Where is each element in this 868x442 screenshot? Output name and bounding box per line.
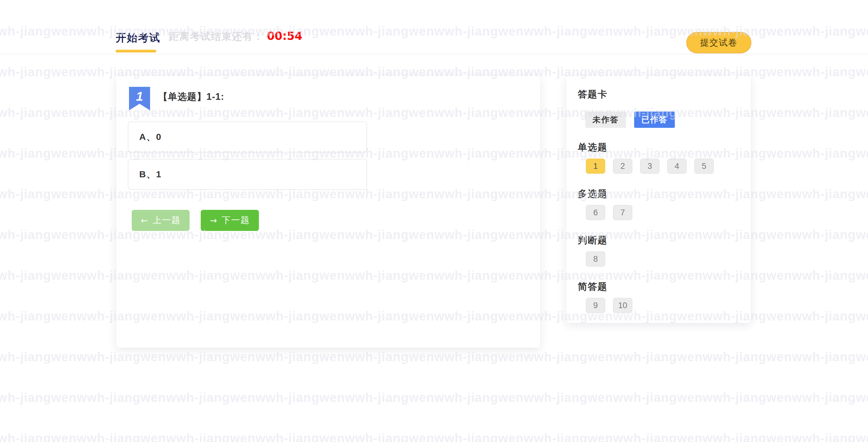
- watermark-text: jiangwenwwh-jiangwenwwh-jiangwenwwh-jian…: [0, 390, 868, 405]
- answer-status-legend: 未作答 已作答: [585, 112, 739, 128]
- answer-sheet-title: 答题卡: [578, 88, 739, 101]
- watermark-text: jiangwenwwh-jiangwenwwh-jiangwenwwh-jian…: [0, 350, 868, 364]
- exam-header: 开始考试 距离考试结束还有： 00:54 提交试卷: [0, 0, 868, 54]
- answer-option-label: B、1: [139, 168, 161, 181]
- question-number: 1: [136, 89, 143, 104]
- right-arrow-icon: →: [210, 215, 217, 226]
- tab-start-exam[interactable]: 开始考试: [116, 31, 160, 45]
- countdown-value: 00:54: [267, 30, 302, 42]
- question-type-section: 判断题 8: [578, 235, 739, 267]
- countdown-label: 距离考试结束还有：: [169, 31, 264, 42]
- legend-answered-chip: 已作答: [634, 112, 675, 128]
- question-number-chip[interactable]: 1: [586, 158, 605, 174]
- question-number-list: 8: [586, 252, 739, 267]
- submit-exam-button[interactable]: 提交试卷: [686, 32, 751, 53]
- options-list: A、0 B、1: [128, 121, 367, 196]
- answer-sections: 单选题 12345 多选题 67 判断题 8 简答题 910: [578, 142, 739, 313]
- left-arrow-icon: ←: [141, 215, 148, 226]
- previous-question-button[interactable]: ← 上一题: [132, 210, 190, 231]
- question-number-chip[interactable]: 8: [586, 252, 605, 267]
- question-number-chip[interactable]: 6: [586, 205, 605, 220]
- legend-unanswered-chip: 未作答: [585, 112, 626, 128]
- question-number-list: 910: [586, 298, 739, 313]
- exam-countdown: 距离考试结束还有： 00:54: [169, 30, 302, 43]
- question-number-chip[interactable]: 10: [613, 298, 632, 313]
- question-type-label: 判断题: [578, 235, 739, 246]
- answer-sheet-card: 答题卡 未作答 已作答 单选题 12345 多选题 67 判断题 8 简答题 9…: [566, 76, 751, 323]
- next-question-button[interactable]: → 下一题: [201, 210, 258, 231]
- answer-option[interactable]: B、1: [128, 159, 367, 190]
- tab-active-underline: [116, 50, 156, 53]
- question-number-chip[interactable]: 7: [613, 205, 632, 220]
- question-number-list: 12345: [586, 158, 739, 174]
- question-type-label: 简答题: [578, 281, 739, 292]
- question-type-section: 单选题 12345: [578, 142, 739, 174]
- question-nav-buttons: ← 上一题 → 下一题: [132, 210, 259, 231]
- watermark-text: jiangwenwwh-jiangwenwwh-jiangwenwwh-jian…: [0, 431, 868, 442]
- question-number-chip[interactable]: 5: [694, 158, 714, 174]
- tab-start-exam-label: 开始考试: [116, 32, 160, 43]
- question-number-chip[interactable]: 4: [667, 158, 687, 174]
- next-question-label: 下一题: [222, 214, 250, 227]
- answer-option-label: A、0: [139, 131, 161, 143]
- question-number-chip[interactable]: 2: [613, 158, 632, 174]
- question-number-chip[interactable]: 3: [640, 158, 659, 174]
- answer-option[interactable]: A、0: [128, 121, 367, 153]
- question-title: 【单选题】1-1:: [158, 90, 224, 103]
- question-type-section: 多选题 67: [578, 188, 739, 220]
- question-type-label: 多选题: [578, 188, 739, 199]
- question-type-section: 简答题 910: [578, 281, 739, 313]
- question-card: 1 【单选题】1-1: A、0 B、1 ← 上一题 → 下一题: [116, 76, 540, 348]
- exam-page: 开始考试 距离考试结束还有： 00:54 提交试卷 1 【单选题】1-1: A、…: [0, 0, 868, 442]
- question-number-badge: 1: [129, 87, 150, 110]
- question-number-chip[interactable]: 9: [586, 298, 605, 313]
- question-type-label: 单选题: [578, 142, 739, 153]
- question-number-list: 67: [586, 205, 739, 220]
- previous-question-label: 上一题: [153, 214, 181, 227]
